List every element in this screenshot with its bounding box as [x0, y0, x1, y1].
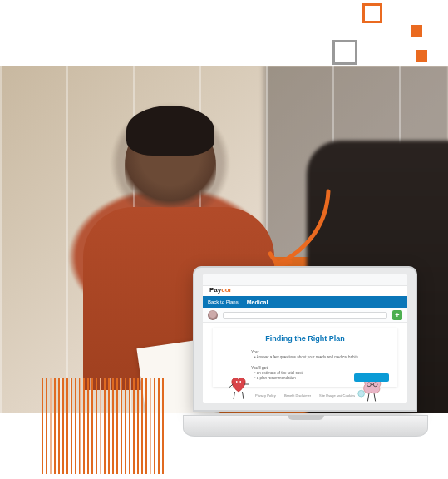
decor-square-orange-fill	[416, 50, 427, 62]
photo-person-hair	[126, 106, 214, 156]
app-browser-chrome	[203, 274, 407, 286]
app-toolbar: +	[203, 308, 407, 323]
plan-select-field[interactable]	[223, 312, 387, 319]
laptop-screen: Paycor Back to Plans Medical + Finding t…	[193, 266, 417, 412]
svg-point-4	[236, 381, 238, 383]
app-logo-suffix: cor	[221, 286, 231, 294]
laptop-mockup: Paycor Back to Plans Medical + Finding t…	[183, 266, 428, 437]
add-button[interactable]: +	[392, 310, 402, 320]
card-title: Finding the Right Plan	[221, 334, 389, 343]
finding-plan-card: Finding the Right Plan	[213, 328, 397, 387]
footer-disclaimer-link[interactable]: Benefit Disclaimer	[284, 393, 311, 402]
footer-cookies-link[interactable]: Site Usage and Cookies	[319, 393, 355, 402]
decor-square-orange-fill	[411, 25, 422, 37]
you-line: • Answer a few questions about your need…	[254, 355, 389, 360]
back-to-plans-link[interactable]: Back to Plans	[208, 299, 239, 304]
app-logo: Paycor	[209, 286, 232, 294]
section-title: Medical	[247, 299, 268, 305]
decor-arrow-icon	[262, 187, 337, 279]
you-label: You:	[251, 349, 389, 354]
laptop-notch	[288, 415, 324, 420]
decor-square-gray-outline	[332, 40, 357, 65]
user-avatar[interactable]	[208, 310, 218, 320]
app-footer: Privacy Policy Benefit Disclaimer Site U…	[203, 393, 407, 402]
svg-line-2	[229, 384, 233, 388]
laptop-app: Paycor Back to Plans Medical + Finding t…	[203, 274, 407, 403]
continue-button[interactable]	[354, 373, 389, 382]
svg-point-5	[239, 381, 241, 383]
youget-label: You'll get:	[251, 365, 389, 370]
decor-square-orange-outline	[362, 3, 382, 23]
app-section-bar: Back to Plans Medical	[203, 296, 407, 308]
decor-barcode-pattern	[42, 378, 166, 474]
footer-privacy-link[interactable]: Privacy Policy	[255, 393, 276, 402]
app-logo-prefix: Pay	[209, 286, 221, 294]
